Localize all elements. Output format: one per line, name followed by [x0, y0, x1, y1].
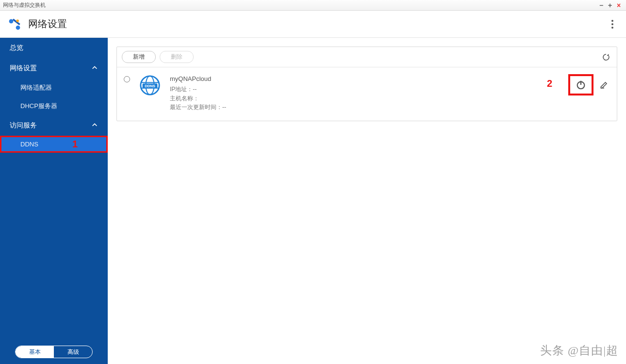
ddns-provider-icon: DDNS	[139, 74, 161, 96]
sidebar-item-label: 网络适配器	[20, 84, 52, 91]
window-close-button[interactable]: ×	[614, 1, 623, 9]
annotation-callout-1: 1	[72, 139, 78, 150]
annotation-highlight-power	[568, 74, 593, 95]
chevron-up-icon	[91, 122, 98, 130]
annotation-callout-2: 2	[547, 78, 552, 89]
power-toggle-button[interactable]	[575, 79, 587, 91]
sidebar-item-access-services[interactable]: 访问服务	[0, 115, 108, 136]
entry-select-radio[interactable]	[124, 76, 130, 82]
chevron-up-icon	[91, 64, 98, 73]
entry-actions: 2	[568, 74, 610, 95]
content-area: 新增 删除 DDNS	[108, 38, 626, 364]
mode-toggle[interactable]: 基本 高级	[15, 346, 93, 358]
window-title: 网络与虚拟交换机	[3, 1, 46, 9]
sidebar: 总览 网络设置 网络适配器 DHCP服务器 访问服务 DDNS 1	[0, 38, 108, 364]
svg-point-3	[16, 19, 19, 22]
sidebar-item-label: 访问服务	[10, 121, 37, 130]
svg-rect-2	[13, 18, 20, 25]
sidebar-item-network-settings[interactable]: 网络设置	[0, 58, 108, 79]
entry-host-line: 主机名称：	[170, 94, 226, 103]
ddns-entry-row: DDNS myQNAPcloud IP地址：-- 主机名称： 最近一次更新时间：…	[117, 67, 617, 121]
entry-ip-line: IP地址：--	[170, 85, 226, 94]
refresh-button[interactable]	[600, 51, 612, 63]
sidebar-item-dhcp-server[interactable]: DHCP服务器	[0, 97, 108, 115]
window-titlebar: 网络与虚拟交换机 − + ×	[0, 0, 626, 11]
sidebar-item-overview[interactable]: 总览	[0, 38, 108, 58]
refresh-icon	[602, 53, 610, 62]
svg-point-0	[9, 19, 14, 23]
svg-point-1	[16, 25, 20, 30]
entry-updated-line: 最近一次更新时间：--	[170, 103, 226, 112]
watermark-text: 头条 @自由|超	[540, 343, 618, 358]
sidebar-item-label: 网络设置	[10, 64, 37, 73]
app-header: 网络设置	[0, 11, 626, 38]
entry-info: myQNAPcloud IP地址：-- 主机名称： 最近一次更新时间：--	[170, 74, 226, 112]
svg-text:DDNS: DDNS	[145, 84, 155, 88]
mode-toggle-advanced[interactable]: 高级	[54, 346, 92, 358]
sidebar-item-ddns[interactable]: DDNS	[0, 136, 108, 153]
window-minimize-button[interactable]: −	[597, 1, 606, 9]
power-icon	[576, 79, 586, 90]
ddns-panel: 新增 删除 DDNS	[116, 47, 617, 121]
sidebar-item-network-adapters[interactable]: 网络适配器	[0, 79, 108, 97]
more-menu-button[interactable]	[607, 18, 618, 30]
app-icon	[8, 17, 21, 31]
add-button[interactable]: 新增	[122, 51, 156, 63]
delete-button: 删除	[160, 51, 194, 63]
sidebar-footer: 基本 高级	[0, 340, 108, 364]
sidebar-item-label: 总览	[10, 44, 23, 52]
mode-toggle-basic[interactable]: 基本	[16, 346, 54, 358]
panel-toolbar: 新增 删除	[117, 47, 617, 67]
page-title: 网络设置	[28, 17, 67, 31]
sidebar-item-label: DDNS	[20, 141, 38, 148]
sidebar-item-label: DHCP服务器	[20, 102, 57, 110]
edit-button[interactable]	[598, 79, 610, 91]
edit-icon	[599, 80, 609, 90]
window-maximize-button[interactable]: +	[606, 1, 614, 9]
entry-name: myQNAPcloud	[170, 74, 226, 84]
